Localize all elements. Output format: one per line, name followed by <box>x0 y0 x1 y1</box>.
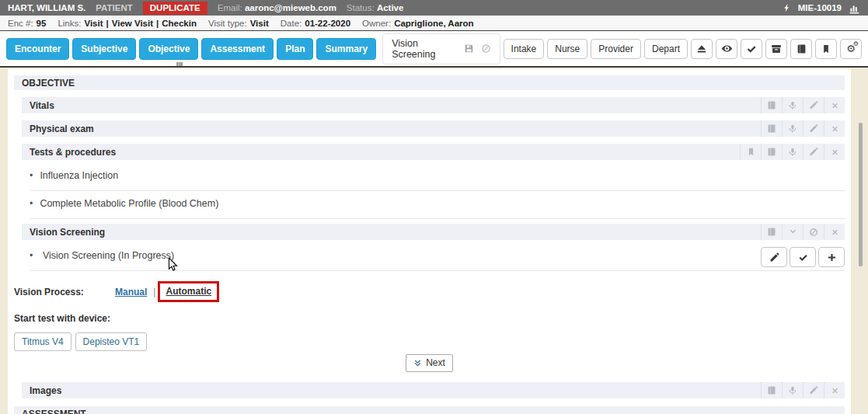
tab-objective[interactable]: Objective <box>139 38 198 60</box>
tests-procedures-list: Influenza Injection Complete Metabolic P… <box>30 163 845 219</box>
vision-screening-item[interactable]: Vision Screening (In Progress) <box>30 243 845 271</box>
titmus-v4-button[interactable]: Titmus V4 <box>14 332 71 351</box>
visit-type: Visit type: Visit <box>208 19 269 28</box>
eject-icon[interactable] <box>691 39 713 59</box>
patient-name: HART, WILLIAM S. <box>8 3 85 12</box>
chevron-down-icon[interactable] <box>782 224 803 240</box>
tab-assessment[interactable]: Assessment <box>201 38 274 60</box>
pencil-icon[interactable] <box>803 97 824 113</box>
objective-section-header[interactable]: OBJECTIVE <box>14 75 845 90</box>
link-visit[interactable]: Visit <box>84 19 103 28</box>
check-icon[interactable] <box>741 39 762 59</box>
vision-screening-label: Vision Screening <box>22 224 113 240</box>
close-icon[interactable] <box>824 120 845 137</box>
microphone-icon[interactable] <box>782 382 803 398</box>
manual-link[interactable]: Manual <box>115 287 147 297</box>
ban-icon[interactable] <box>481 43 491 54</box>
intake-button[interactable]: Intake <box>504 39 545 59</box>
enc-number: Enc #: 95 <box>8 19 46 28</box>
cogs-icon[interactable]: ⚙⚙ <box>840 39 862 59</box>
link-checkin[interactable]: Checkin <box>162 19 197 28</box>
email-label: Email: <box>218 3 242 12</box>
patient-email: Email: aaronc@mieweb.com <box>218 3 336 12</box>
images-label: Images <box>22 382 69 398</box>
tab-summary[interactable]: Summary <box>316 38 376 60</box>
close-icon[interactable] <box>824 144 845 160</box>
physical-exam-label: Physical exam <box>22 120 102 137</box>
journal-icon[interactable] <box>761 144 782 160</box>
vision-screening-section-bar[interactable]: Vision Screening <box>22 224 845 240</box>
close-icon[interactable] <box>824 97 845 113</box>
status-label: Status: <box>347 3 375 12</box>
journal-icon[interactable] <box>761 224 782 240</box>
ban-icon[interactable] <box>803 224 824 240</box>
tab-plan[interactable]: Plan <box>277 38 313 60</box>
automatic-highlight-box: Automatic <box>158 281 219 302</box>
vision-process-row: Vision Process: Manual | Automatic <box>14 281 845 302</box>
link-separator: | <box>153 287 155 297</box>
device-buttons-row: Titmus V4 Depisteo VT1 <box>14 332 845 351</box>
system-id: MIE-10019 <box>798 3 842 12</box>
journal-icon[interactable] <box>761 97 782 113</box>
vitals-label: Vitals <box>22 97 62 113</box>
microphone-icon[interactable] <box>782 120 803 137</box>
bookmark-icon[interactable] <box>815 39 837 59</box>
check-icon[interactable] <box>790 247 816 267</box>
encounter-info-bar: Enc #: 95 Links: Visit | View Visit | Ch… <box>0 16 868 31</box>
provider-button[interactable]: Provider <box>591 39 641 59</box>
next-button-row: Next <box>14 354 845 372</box>
active-document-box: Vision Screening <box>382 33 500 64</box>
patient-status: Status: Active <box>347 3 404 12</box>
depisteo-vt1-button[interactable]: Depisteo VT1 <box>75 332 148 351</box>
pencil-icon[interactable] <box>803 144 824 160</box>
list-item[interactable]: Complete Metabolic Profile (Blood Chem) <box>30 191 845 219</box>
email-value: aaronc@mieweb.com <box>245 3 336 12</box>
status-value: Active <box>377 3 404 12</box>
patient-type-label: PATIENT <box>96 3 133 12</box>
visit-owner: Owner: Capriglione, Aaron <box>362 19 474 28</box>
link-view-visit[interactable]: View Visit <box>112 19 153 28</box>
vertical-scrollbar-thumb[interactable] <box>859 123 863 266</box>
archive-icon[interactable] <box>765 39 787 59</box>
tests-procedures-section-bar[interactable]: Tests & procedures <box>22 144 845 160</box>
journal-icon[interactable] <box>761 120 782 137</box>
encounter-toolbar: Encounter Subjective Objective Assessmen… <box>0 31 868 68</box>
depart-button[interactable]: Depart <box>644 39 688 59</box>
encounter-content-panel: OBJECTIVE Vitals Physical exam Tests & p… <box>8 69 851 414</box>
patient-header-bar: HART, WILLIAM S. PATIENT DUPLICATE Email… <box>0 0 868 16</box>
visit-date: Date: 01-22-2020 <box>281 19 350 28</box>
double-chevron-down-icon <box>413 359 422 367</box>
close-icon[interactable] <box>824 382 845 398</box>
list-item[interactable]: Influenza Injection <box>30 163 845 191</box>
plus-icon[interactable] <box>818 247 845 267</box>
pencil-icon[interactable] <box>761 247 787 267</box>
pencil-icon[interactable] <box>803 382 824 398</box>
next-button[interactable]: Next <box>406 354 453 372</box>
vision-screening-list: Vision Screening (In Progress) <box>30 243 845 271</box>
journal-icon[interactable] <box>790 39 812 59</box>
tests-procedures-label: Tests & procedures <box>22 144 124 160</box>
tab-subjective[interactable]: Subjective <box>72 38 136 60</box>
encounter-links: Links: Visit | View Visit | Checkin <box>58 19 197 28</box>
save-icon[interactable] <box>464 43 474 54</box>
images-section-bar[interactable]: Images <box>22 382 845 398</box>
chart-icon[interactable] <box>849 2 860 14</box>
microphone-icon[interactable] <box>782 97 803 113</box>
duplicate-badge[interactable]: DUPLICATE <box>143 2 207 15</box>
tab-encounter[interactable]: Encounter <box>6 38 69 60</box>
automatic-link[interactable]: Automatic <box>166 286 211 297</box>
clipped-scroll-fragment <box>176 62 183 66</box>
vision-item-actions <box>761 247 845 267</box>
pencil-icon[interactable] <box>803 120 824 137</box>
vision-process-label: Vision Process: <box>14 287 115 297</box>
vitals-section-bar[interactable]: Vitals <box>22 97 845 113</box>
journal-icon[interactable] <box>761 382 782 398</box>
eye-icon[interactable] <box>716 39 737 59</box>
assessment-section-header[interactable]: ASSESSMENT <box>14 406 845 414</box>
bookmark-icon[interactable] <box>740 144 761 160</box>
lightning-bolt-icon[interactable] <box>783 2 791 13</box>
close-icon[interactable] <box>824 224 845 240</box>
microphone-icon[interactable] <box>782 144 803 160</box>
nurse-button[interactable]: Nurse <box>547 39 587 59</box>
physical-exam-section-bar[interactable]: Physical exam <box>22 120 845 137</box>
